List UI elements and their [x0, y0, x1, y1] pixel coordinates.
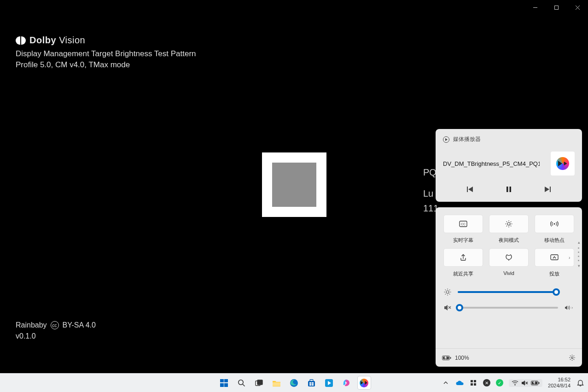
svg-point-24	[446, 291, 449, 293]
close-button[interactable]	[567, 0, 588, 15]
qs-label: 就近共享	[453, 270, 473, 277]
brightness-test-patch	[262, 152, 326, 217]
volume-output-button[interactable]: ›	[564, 305, 574, 310]
svg-line-17	[506, 222, 507, 222]
svg-point-21	[554, 223, 555, 224]
svg-rect-1	[554, 6, 558, 9]
media-pause-button[interactable]	[502, 183, 515, 196]
edge-browser-icon[interactable]	[288, 376, 301, 389]
window-controls	[524, 0, 588, 15]
svg-rect-7	[510, 187, 512, 192]
start-button[interactable]	[218, 376, 231, 389]
wifi-icon	[512, 380, 518, 386]
battery-status[interactable]: 100%	[442, 355, 469, 361]
dolby-logo-icon	[16, 36, 26, 45]
network-volume-battery-button[interactable]	[509, 379, 542, 387]
media-thumbnail[interactable]	[551, 152, 575, 176]
svg-rect-4	[467, 187, 468, 192]
microsoft-store-icon[interactable]	[305, 376, 318, 389]
svg-line-18	[511, 226, 511, 226]
svg-line-31	[445, 294, 446, 294]
qs-button-sun[interactable]	[489, 215, 529, 233]
qs-label: 移动热点	[544, 237, 565, 244]
qs-button-hotspot[interactable]	[535, 215, 574, 233]
qs-label: 实时字幕	[453, 237, 473, 244]
media-next-button[interactable]	[541, 183, 554, 196]
taskbar-app-blue[interactable]	[323, 376, 336, 389]
minimize-button[interactable]	[524, 0, 546, 15]
svg-rect-51	[312, 382, 314, 384]
brightness-row	[443, 288, 575, 296]
clock-date: 2024/8/14	[548, 383, 571, 389]
svg-rect-23	[551, 255, 558, 260]
credit-overlay: Rainbaby cc BY-SA 4.0 v0.1.0	[16, 320, 96, 342]
media-player-app-icon	[443, 136, 449, 143]
svg-rect-57	[474, 380, 476, 382]
qs-label: Vivid	[503, 270, 514, 276]
battery-icon	[442, 355, 451, 361]
tray-onedrive-icon[interactable]	[455, 379, 464, 387]
media-app-name: 媒体播放器	[453, 135, 481, 143]
svg-rect-48	[308, 381, 315, 386]
taskbar-center-apps	[218, 376, 371, 389]
svg-rect-38	[450, 357, 451, 359]
dolby-brand: Dolby Vision	[29, 35, 85, 46]
quick-settings-edit-button[interactable]	[569, 354, 576, 361]
copilot-icon[interactable]	[340, 376, 353, 389]
qs-tile-3: 就近共享	[443, 248, 483, 277]
qs-button-cast[interactable]: ›	[535, 248, 574, 267]
qs-label: 投放	[549, 270, 559, 277]
clock-time: 16:52	[548, 377, 571, 383]
credit-version: v0.1.0	[16, 331, 96, 342]
task-view-button[interactable]	[253, 376, 266, 389]
tray-app-green[interactable]: ✓	[496, 379, 503, 386]
battery-tray-icon	[531, 380, 540, 386]
tray-app-dark[interactable]: ✕	[483, 379, 490, 386]
svg-point-41	[571, 357, 573, 359]
svg-rect-59	[474, 383, 476, 386]
qs-tile-4: Vivid	[489, 248, 529, 277]
media-player-taskbar-icon[interactable]	[358, 376, 371, 389]
svg-rect-45	[257, 380, 262, 385]
svg-marker-36	[565, 306, 567, 310]
qs-button-share[interactable]	[443, 248, 483, 267]
file-explorer-icon[interactable]	[270, 376, 283, 389]
volume-slider[interactable]	[458, 307, 558, 309]
svg-line-32	[449, 290, 450, 290]
svg-marker-61	[522, 380, 525, 386]
qs-button-vivid[interactable]	[489, 248, 529, 267]
maximize-button[interactable]	[546, 0, 567, 15]
svg-rect-58	[471, 383, 473, 386]
svg-rect-53	[312, 384, 314, 386]
svg-line-30	[449, 294, 450, 294]
svg-rect-6	[506, 187, 508, 192]
svg-line-29	[445, 290, 446, 290]
volume-row: ›	[443, 304, 575, 311]
media-track-title: DV_DM_TBrightness_P5_CM4_PQ12_...	[443, 160, 540, 167]
tray-overflow-button[interactable]	[442, 379, 450, 387]
media-prev-button[interactable]	[464, 183, 477, 196]
svg-line-19	[506, 226, 507, 226]
system-tray: ✕ ✓ 16:52 2024/8/14	[442, 374, 584, 392]
dolby-overlay: Dolby Vision Display Management Target B…	[16, 35, 196, 70]
battery-percent: 100%	[455, 355, 469, 361]
brightness-slider[interactable]	[458, 291, 558, 293]
svg-rect-50	[309, 382, 311, 384]
search-button[interactable]	[235, 376, 248, 389]
svg-rect-8	[550, 187, 551, 192]
svg-rect-52	[309, 384, 311, 386]
brightness-inner-patch	[272, 163, 316, 207]
brightness-icon	[444, 288, 452, 296]
svg-rect-65	[539, 382, 540, 384]
quick-settings-panel: CC实时字幕夜间模式移动热点就近共享Vivid›投放 ▴▾ › 100%	[436, 207, 582, 367]
svg-point-60	[515, 385, 516, 386]
qs-button-cc[interactable]: CC	[443, 215, 483, 233]
media-flyout: 媒体播放器 DV_DM_TBrightness_P5_CM4_PQ12_...	[436, 129, 582, 202]
taskbar-clock[interactable]: 16:52 2024/8/14	[548, 377, 571, 389]
taskbar: ✕ ✓ 16:52 2024/8/14	[0, 373, 588, 392]
notifications-button[interactable]	[576, 379, 584, 387]
dolby-line1: Display Management Target Brightness Tes…	[16, 49, 196, 59]
volume-mute-icon	[444, 304, 452, 311]
tray-grid-icon[interactable]	[469, 379, 477, 387]
volume-tray-icon	[521, 380, 528, 386]
